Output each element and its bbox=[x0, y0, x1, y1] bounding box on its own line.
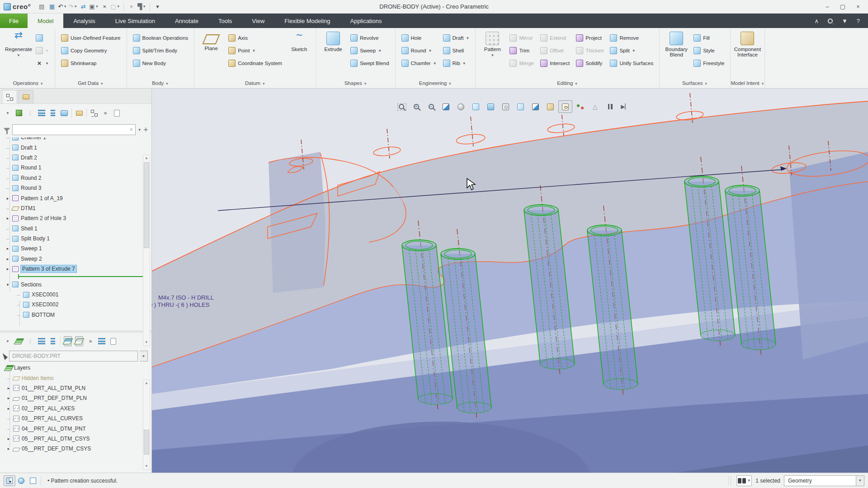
chamfer-button[interactable]: Chamfer▼ bbox=[399, 57, 439, 70]
sketch-button[interactable]: ~Sketch bbox=[286, 31, 313, 52]
selection-filter-combo[interactable]: Geometry bbox=[784, 475, 856, 486]
hole-note-annotation[interactable]: M4x.7 ISO - H DRILL 0 ) THRU -( 6 ) HOLE… bbox=[152, 294, 214, 309]
help-icon[interactable]: ? bbox=[857, 18, 860, 24]
annotation-display-button[interactable] bbox=[558, 100, 572, 113]
tree-item-sweep-2[interactable]: ▸Sweep 2 bbox=[0, 254, 151, 264]
undo-button[interactable]: ↶▼ bbox=[58, 2, 67, 12]
intersect-button[interactable]: Intersect bbox=[538, 57, 572, 70]
zoom-out-button[interactable]: − bbox=[424, 100, 438, 113]
tree-expand-button[interactable]: ▼ bbox=[4, 108, 12, 118]
clear-search-icon[interactable]: × bbox=[127, 127, 135, 133]
folder-browser-tab[interactable] bbox=[18, 90, 33, 103]
tree-item-round-1[interactable]: –Round 1 bbox=[0, 163, 151, 173]
group-label-editing[interactable]: Editing ▼ bbox=[476, 80, 659, 88]
tree-item-round-3[interactable]: –Round 3 bbox=[0, 183, 151, 193]
tree-item-draft-2[interactable]: –Draft 2 bbox=[0, 153, 151, 163]
layer-item-02-prt-all-axes[interactable]: ▸✓✓02__PRT_ALL_AXES bbox=[0, 404, 151, 413]
tab-analysis[interactable]: Analysis bbox=[63, 14, 105, 28]
shell-button[interactable]: Shell bbox=[440, 44, 472, 57]
tree-item-sweep-1[interactable]: ▸Sweep 1 bbox=[0, 244, 151, 253]
tree-item-pattern-1-of-a-19[interactable]: ▸::Pattern 1 of A_19 bbox=[0, 193, 151, 203]
tree-item-draft-1[interactable]: –Draft 1 bbox=[0, 142, 151, 152]
model-tree-scrollbar[interactable]: ▲ ▼ bbox=[143, 155, 150, 346]
new-body-button[interactable]: New Body bbox=[130, 57, 191, 70]
project-button[interactable]: Project bbox=[573, 32, 606, 44]
axis-button[interactable]: Axis bbox=[226, 32, 285, 44]
copy-button[interactable] bbox=[33, 32, 52, 44]
maximize-button[interactable]: ▢ bbox=[836, 2, 849, 12]
layer-item-03-prt-all-curves[interactable]: –✓✓03__PRT_ALL_CURVES bbox=[0, 413, 151, 423]
solidify-button[interactable]: Solidify bbox=[573, 57, 606, 70]
tree-item-xsec0001[interactable]: –XSEC0001 bbox=[0, 290, 151, 300]
tree-item-sections[interactable]: ▾Sections bbox=[0, 279, 151, 289]
display-style-button[interactable] bbox=[469, 100, 483, 113]
new-file-button[interactable]: ▤ bbox=[37, 2, 46, 12]
tree-columns-button[interactable] bbox=[60, 108, 68, 118]
coordinate-system-button[interactable]: Coordinate System bbox=[226, 57, 285, 70]
toolbar-options-button[interactable]: ▾ bbox=[153, 2, 162, 12]
style-button[interactable]: Style bbox=[691, 44, 727, 57]
layer-model-combo[interactable]: DRONE-BODY.PRT bbox=[9, 351, 138, 361]
tab-model[interactable]: Model bbox=[28, 14, 63, 28]
tab-view[interactable]: View bbox=[242, 14, 274, 28]
tree-item-xsec0002[interactable]: –XSEC0002 bbox=[0, 300, 151, 310]
trim-button[interactable]: Trim bbox=[507, 44, 537, 57]
regenerate-quick-button[interactable]: ⇄ bbox=[79, 2, 88, 12]
save-button[interactable]: ▦ bbox=[47, 2, 57, 12]
minimize-button[interactable]: – bbox=[821, 2, 834, 12]
extrude-button[interactable]: Extrude bbox=[320, 31, 347, 52]
datum-display-button[interactable] bbox=[543, 100, 557, 113]
remove-button[interactable]: Remove bbox=[607, 32, 656, 44]
resume-button[interactable]: ▶▏ bbox=[618, 100, 632, 113]
find-button[interactable]: ▼ bbox=[736, 475, 752, 486]
scroll-up-arrow[interactable]: ▲ bbox=[143, 155, 150, 161]
swept-blend-button[interactable]: Swept Blend bbox=[348, 57, 392, 70]
layer-rules-button[interactable] bbox=[98, 336, 106, 346]
draft-button[interactable]: Draft▼ bbox=[440, 32, 472, 44]
tab-live-simulation[interactable]: Live Simulation bbox=[105, 14, 165, 28]
tree-item-split-body-1[interactable]: –Split Body 1 bbox=[0, 234, 151, 244]
simulation-button[interactable]: △ bbox=[588, 100, 602, 113]
layer-settings-button[interactable] bbox=[109, 336, 117, 346]
group-label-surfaces[interactable]: Surfaces ▼ bbox=[660, 80, 730, 88]
layer-tree-scrollbar[interactable]: ▲ ▼ bbox=[143, 380, 150, 470]
tab-annotate[interactable]: Annotate bbox=[165, 14, 208, 28]
windows-button[interactable]: ▣▼ bbox=[89, 2, 99, 12]
perspective-button[interactable] bbox=[514, 100, 528, 113]
boundary-blend-button[interactable]: Boundary Blend bbox=[663, 31, 690, 57]
tab-applications[interactable]: Applications bbox=[340, 14, 392, 28]
browser-button[interactable] bbox=[15, 475, 27, 486]
tab-tools[interactable]: Tools bbox=[208, 14, 242, 28]
search-icon[interactable] bbox=[828, 19, 833, 23]
group-label-operations[interactable]: Operations ▼ bbox=[2, 80, 55, 88]
blank-window-button[interactable] bbox=[27, 475, 39, 486]
plane-button[interactable]: Plane bbox=[198, 31, 225, 51]
close-button[interactable]: × bbox=[852, 2, 864, 12]
tree-item-bottom[interactable]: –BOTTOM bbox=[0, 310, 151, 320]
split-trim-body-button[interactable]: Split/Trim Body bbox=[130, 44, 191, 57]
spin-center-button[interactable] bbox=[573, 100, 587, 113]
search-options-arrow[interactable]: ▼ bbox=[138, 128, 142, 132]
layer-expand-button[interactable]: ▼ bbox=[4, 336, 12, 346]
layer-collapse-button[interactable] bbox=[49, 336, 57, 346]
graphics-viewport[interactable]: +−△▶▏ M4x.7 ISO - H DRILL 0 ) THRU -( 6 … bbox=[152, 89, 868, 473]
group-label-datum[interactable]: Datum ▼ bbox=[194, 80, 316, 88]
tree-filter-button[interactable] bbox=[90, 108, 98, 118]
tree-overflow-button[interactable]: » bbox=[101, 108, 109, 118]
tree-item-chamfer-1[interactable]: –Chamfer 1 bbox=[0, 137, 151, 142]
layer-more-dots-icon[interactable]: ⋮ bbox=[26, 336, 34, 346]
layer-item-05-prt-def-dtm-csys[interactable]: ▸05__PRT_DEF_DTM_CSYS bbox=[0, 444, 151, 453]
tree-search-input[interactable] bbox=[13, 125, 127, 134]
toggle-navigator-button[interactable] bbox=[4, 475, 15, 486]
layer-item-01-prt-all-dtm-pln[interactable]: ▸✓✓01__PRT_ALL_DTM_PLN bbox=[0, 383, 151, 393]
section-button[interactable] bbox=[528, 100, 542, 113]
learning-connector-icon[interactable]: ▼ bbox=[842, 18, 848, 24]
split-button[interactable]: Split▼ bbox=[607, 44, 656, 57]
layer-item-05-prt-all-dtm-csys[interactable]: ▸✓✓05__PRT_ALL_DTM_CSYS bbox=[0, 434, 151, 444]
more-arrow-button[interactable]: ▾ bbox=[127, 2, 136, 12]
tree-item-dtm1[interactable]: –DTM1 bbox=[0, 203, 151, 213]
scrollbar-thumb[interactable] bbox=[144, 162, 149, 248]
shading-style-button[interactable] bbox=[454, 100, 468, 113]
redo-button[interactable]: ↷▼ bbox=[68, 2, 77, 12]
collapse-ribbon-icon[interactable]: ∧ bbox=[814, 18, 819, 24]
